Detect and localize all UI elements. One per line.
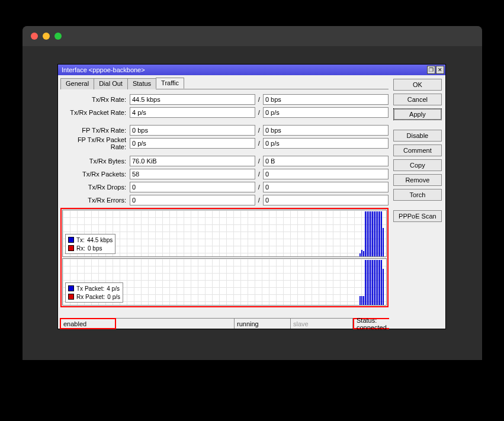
legend-txpkt-label: Tx Packet: [76, 285, 104, 292]
copy-button[interactable]: Copy [393, 159, 442, 171]
status-enabled: enabled [60, 318, 116, 329]
label-txrx-packets: Tx/Rx Packets: [60, 171, 129, 178]
os-titlebar [23, 26, 482, 46]
txrx-pkt-rate-tx: 4 p/s [130, 107, 255, 118]
comment-button[interactable]: Comment [393, 144, 442, 156]
maximize-icon[interactable] [54, 33, 62, 40]
txrx-pkt-rate-rx: 0 p/s [263, 107, 389, 118]
interface-dialog: Interface <pppoe-backbone> ❐ ✕ General D… [57, 64, 446, 329]
fields-area: Tx/Rx Rate: 44.5 kbps / 0 bps Tx/Rx Pack… [60, 89, 389, 207]
pppoe-scan-button[interactable]: PPPoE Scan [393, 210, 442, 222]
legend-tx-label: Tx: [76, 237, 85, 243]
legend-txpkt-swatch [68, 285, 74, 291]
disable-button[interactable]: Disable [393, 130, 442, 142]
chart-rate-legend: Tx: 44.5 kbps Rx: 0 bps [65, 234, 115, 254]
side-buttons: OK Cancel Apply Disable Comment Copy Rem… [391, 75, 445, 329]
legend-rx-swatch [68, 245, 74, 251]
label-txrx-pkt-rate: Tx/Rx Packet Rate: [60, 109, 129, 116]
txrx-rate-rx: 0 bps [263, 94, 389, 105]
status-spacer1 [116, 319, 235, 329]
txrx-rate-tx: 44.5 kbps [130, 94, 255, 105]
legend-rxpkt-val: 0 p/s [107, 294, 120, 300]
label-txrx-errors: Tx/Rx Errors: [60, 197, 129, 204]
tab-traffic[interactable]: Traffic [156, 78, 184, 89]
main-column: General Dial Out Status Traffic Tx/Rx Ra… [58, 75, 391, 329]
minimize-icon[interactable] [43, 33, 50, 40]
chart-rate: Tx: 44.5 kbps Rx: 0 bps [62, 210, 387, 257]
tab-dialout[interactable]: Dial Out [94, 78, 128, 89]
fp-txrx-rate-rx: 0 bps [263, 125, 389, 136]
legend-tx-val: 44.5 kbps [87, 237, 113, 243]
label-fp-txrx-rate: FP Tx/Rx Rate: [60, 127, 129, 134]
txrx-bytes-tx: 76.0 KiB [130, 156, 255, 166]
remove-button[interactable]: Remove [393, 174, 442, 186]
legend-rxpkt-swatch [68, 294, 74, 300]
chart-packets: Tx Packet: 4 p/s Rx Packet: 0 p/s [62, 258, 387, 306]
txrx-bytes-rx: 0 B [263, 156, 389, 166]
txrx-drops-rx: 0 [263, 182, 389, 192]
legend-rxpkt-label: Rx Packet: [76, 294, 105, 300]
close-dialog-icon[interactable]: ✕ [436, 66, 444, 74]
torch-button[interactable]: Torch [393, 189, 442, 201]
ok-button[interactable]: OK [393, 79, 442, 91]
legend-rx-label: Rx: [76, 245, 85, 252]
dialog-title: Interface <pppoe-backbone> [62, 66, 427, 73]
label-fp-txrx-pkt-rate: FP Tx/Rx Packet Rate: [60, 136, 129, 150]
status-bar: enabled running slave Status: connected [60, 318, 389, 329]
charts-highlight: Tx: 44.5 kbps Rx: 0 bps [60, 208, 389, 307]
fp-txrx-pkt-rate-rx: 0 p/s [263, 138, 389, 149]
txrx-drops-tx: 0 [130, 182, 255, 192]
legend-tx-swatch [68, 237, 74, 243]
label-txrx-rate: Tx/Rx Rate: [60, 96, 129, 103]
txrx-errors-rx: 0 [263, 195, 389, 205]
tab-bar: General Dial Out Status Traffic [60, 78, 389, 89]
restore-icon[interactable]: ❐ [427, 66, 435, 74]
close-icon[interactable] [31, 33, 38, 40]
dialog-titlebar[interactable]: Interface <pppoe-backbone> ❐ ✕ [58, 65, 445, 75]
label-txrx-bytes: Tx/Rx Bytes: [60, 158, 129, 165]
fp-txrx-pkt-rate-tx: 0 p/s [130, 138, 255, 149]
txrx-errors-tx: 0 [130, 195, 255, 205]
status-running: running [235, 319, 291, 329]
txrx-packets-tx: 58 [130, 169, 255, 179]
cancel-button[interactable]: Cancel [393, 94, 442, 105]
tab-general[interactable]: General [60, 78, 94, 89]
status-connected: Status: connected [353, 318, 389, 329]
legend-txpkt-val: 4 p/s [107, 285, 120, 292]
apply-button[interactable]: Apply [393, 108, 442, 120]
chart-packets-legend: Tx Packet: 4 p/s Rx Packet: 0 p/s [65, 282, 123, 303]
txrx-packets-rx: 0 [263, 169, 389, 179]
label-txrx-drops: Tx/Rx Drops: [60, 184, 129, 191]
legend-rx-val: 0 bps [88, 245, 102, 252]
tab-status[interactable]: Status [127, 78, 156, 89]
status-slave: slave [291, 319, 353, 329]
fp-txrx-rate-tx: 0 bps [130, 125, 255, 136]
